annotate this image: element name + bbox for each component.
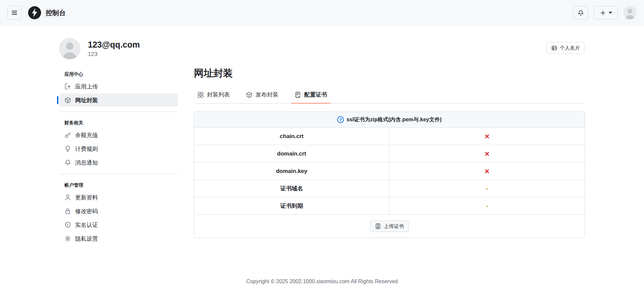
sidebar-divider — [59, 174, 178, 174]
sidebar-item-privacy-settings[interactable]: 隐私设置 — [59, 232, 178, 245]
gear-icon — [64, 235, 71, 242]
tab-packaging-list[interactable]: 封装列表 — [194, 87, 233, 103]
package-icon — [64, 97, 71, 104]
missing-mark: × — [485, 132, 489, 140]
person-icon — [64, 194, 71, 201]
file-check-icon — [294, 91, 301, 98]
missing-mark: × — [485, 150, 489, 158]
chevron-down-icon — [609, 12, 612, 14]
brand[interactable]: 控制台 — [28, 6, 66, 20]
sidebar-section-app-center: 应用中心 — [59, 68, 178, 79]
sidebar-item-change-password[interactable]: 修改密码 — [59, 204, 178, 218]
table-row-domain-crt: domain.crt × — [194, 145, 585, 163]
cert-status-cell: - — [389, 197, 585, 214]
tabbar: 封装列表 发布封装 配置证书 — [194, 87, 585, 104]
sidebar-divider — [59, 112, 178, 112]
bell-icon — [578, 10, 584, 16]
sidebar-item-balance-recharge[interactable]: 余额充值 — [59, 128, 178, 142]
sidebar-item-label: 消息通知 — [75, 159, 98, 167]
sidebar-item-label: 应用上传 — [75, 83, 98, 90]
sidebar-item-label: 计费规则 — [75, 145, 98, 153]
profile-email: 123@qq.com — [88, 40, 140, 50]
package-icon — [246, 91, 253, 98]
content: 应用中心 应用上传 网址封装 财务相关 余额充值 — [59, 65, 585, 246]
personal-card-button[interactable]: 个人名片 — [546, 42, 585, 54]
sidebar-item-billing-rules[interactable]: 计费规则 — [59, 142, 178, 156]
navbar-left: 控制台 — [7, 6, 66, 20]
sidebar-item-label: 网址封装 — [75, 97, 98, 104]
profile-avatar[interactable] — [59, 38, 80, 59]
hamburger-menu-button[interactable] — [7, 6, 21, 20]
avatar-silhouette-icon — [59, 38, 80, 59]
table-row-chain-crt: chain.crt × — [194, 128, 585, 145]
id-card-icon — [551, 45, 557, 51]
missing-mark: × — [485, 167, 489, 175]
navbar-right — [573, 6, 637, 19]
sidebar-section-account: 帐户管理 — [59, 179, 178, 190]
main-panel: 网址封装 封装列表 发布封装 — [194, 65, 585, 246]
tab-configure-certificate[interactable]: 配置证书 — [291, 87, 330, 103]
bell-icon — [64, 159, 71, 166]
cert-file-name: domain.crt — [194, 145, 389, 162]
upload-icon — [64, 83, 71, 90]
shield-icon — [64, 222, 71, 228]
navbar-avatar[interactable] — [623, 6, 637, 19]
tab-publish-packaging[interactable]: 发布封装 — [243, 87, 282, 103]
cert-status-cell: × — [389, 145, 585, 162]
cert-file-name: chain.crt — [194, 128, 389, 145]
footer-copyright: Copyright © 2025 2002.1000.xiaomiou.com … — [59, 279, 585, 285]
create-new-button[interactable] — [594, 6, 618, 19]
profile-header: 123@qq.com 123 个人名片 — [59, 38, 585, 59]
sidebar-item-label: 修改密码 — [75, 207, 98, 215]
sidebar-item-realname-verify[interactable]: 实名认证 — [59, 218, 178, 232]
notifications-button[interactable] — [573, 6, 588, 19]
cert-status-cell: - — [389, 180, 585, 197]
avatar-silhouette-icon — [623, 6, 637, 19]
empty-mark: - — [486, 203, 488, 209]
tab-label: 发布封装 — [256, 91, 278, 99]
sidebar-section-finance: 财务相关 — [59, 117, 178, 128]
personal-card-label: 个人名片 — [560, 45, 580, 51]
sidebar-item-label: 余额充值 — [75, 131, 98, 139]
table-row-domain-key: domain.key × — [194, 163, 585, 180]
empty-mark: - — [486, 186, 488, 192]
zip-file-icon — [375, 223, 381, 229]
sidebar-item-label: 实名认证 — [75, 221, 98, 229]
upload-certificate-button[interactable]: 上传证书 — [370, 221, 409, 232]
key-icon — [64, 132, 71, 138]
table-row-cert-domain: 证书域名 - — [194, 180, 585, 197]
page-container: 123@qq.com 123 个人名片 应用中心 应用上传 — [59, 38, 585, 285]
grid-icon — [197, 91, 204, 98]
tab-label: 配置证书 — [304, 91, 327, 99]
plus-icon — [600, 10, 606, 16]
certificate-notice-text: ssl证书为zip格式(内含.pem与.key文件) — [346, 116, 442, 123]
cert-status-cell: × — [389, 128, 585, 145]
certificate-notice-row: ? ssl证书为zip格式(内含.pem与.key文件) — [194, 112, 585, 128]
lock-icon — [64, 208, 71, 214]
help-circle-icon[interactable]: ? — [337, 116, 344, 123]
profile-texts: 123@qq.com 123 — [88, 38, 140, 58]
profile-identity: 123@qq.com 123 — [59, 38, 140, 59]
profile-username: 123 — [88, 51, 140, 58]
hamburger-icon — [11, 9, 18, 16]
sidebar: 应用中心 应用上传 网址封装 财务相关 余额充值 — [59, 65, 178, 246]
tab-label: 封装列表 — [207, 91, 230, 99]
table-row-cert-expiry: 证书到期 - — [194, 197, 585, 215]
upload-certificate-label: 上传证书 — [384, 223, 404, 230]
app-title: 控制台 — [46, 8, 66, 17]
cert-field-name: 证书到期 — [194, 197, 389, 214]
lightning-logo-icon — [28, 6, 42, 20]
cert-field-name: 证书域名 — [194, 180, 389, 197]
certificate-action-row: 上传证书 — [194, 215, 585, 238]
sidebar-item-update-profile[interactable]: 更新资料 — [59, 191, 178, 204]
cert-status-cell: × — [389, 163, 585, 180]
sidebar-item-url-packaging[interactable]: 网址封装 — [59, 94, 178, 107]
lightbulb-icon — [64, 145, 71, 152]
sidebar-item-label: 更新资料 — [75, 194, 98, 201]
sidebar-item-label: 隐私设置 — [75, 235, 98, 243]
sidebar-item-app-upload[interactable]: 应用上传 — [59, 80, 178, 93]
sidebar-item-notifications[interactable]: 消息通知 — [59, 156, 178, 169]
top-navbar: 控制台 — [0, 0, 644, 26]
page-title: 网址封装 — [194, 67, 585, 80]
certificate-table: ? ssl证书为zip格式(内含.pem与.key文件) chain.crt ×… — [194, 112, 585, 238]
